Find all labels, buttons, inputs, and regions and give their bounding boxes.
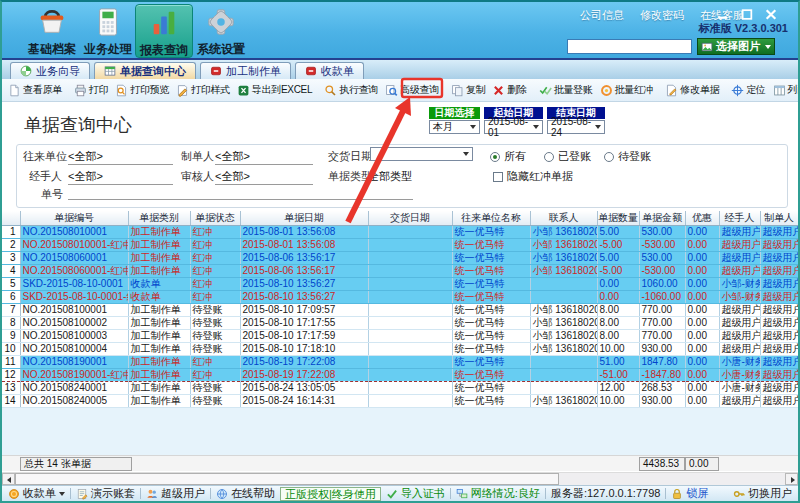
hide-reversed-checkbox[interactable]: 隐藏红冲单据: [493, 169, 573, 184]
tab-2[interactable]: 加工制作单: [200, 62, 291, 79]
column-header[interactable]: 单据金额: [639, 211, 685, 226]
filter-value-1[interactable]: <全部>: [215, 149, 313, 165]
toolbar-button-0[interactable]: 查看原单: [5, 82, 65, 98]
filter-value-0[interactable]: <全部>: [68, 149, 173, 165]
combo-value: 2015-08-24: [551, 116, 595, 138]
tab-3[interactable]: 收款单: [295, 62, 364, 79]
toolbar-button-3[interactable]: 打印样式: [173, 82, 233, 98]
scroll-right-arrow[interactable]: [785, 473, 798, 485]
statusbar-item-l7[interactable]: 服务器:127.0.0.1:7798: [551, 486, 660, 501]
column-header[interactable]: 优惠: [685, 211, 719, 226]
table-row[interactable]: 14NO.201508240005加工制作单待登账2015-08-24 16:1…: [2, 395, 798, 408]
module-label: 业务处理: [84, 42, 132, 56]
statusbar-item-r0[interactable]: 切换用户: [733, 486, 792, 501]
column-header[interactable]: 往来单位名称: [452, 211, 530, 226]
column-header[interactable]: [2, 211, 20, 226]
table-row[interactable]: 13NO.201508240001加工制作单待登账2015-08-24 13:0…: [2, 382, 798, 395]
table-row[interactable]: 11NO.201508190001加工制作单红冲2015-08-19 17:22…: [2, 356, 798, 369]
filter-value-6[interactable]: [68, 187, 413, 200]
horizontal-scrollbar[interactable]: [2, 472, 798, 485]
minimize-button[interactable]: [716, 7, 730, 20]
module-label: 系统设置: [197, 42, 245, 56]
toolbar-button-7[interactable]: 复制: [448, 82, 488, 98]
table-row[interactable]: 4NO.201508060001-红冲加工制作单红冲2015-08-06 13:…: [2, 265, 798, 278]
statusbar-item-l0[interactable]: 收款单: [8, 486, 65, 501]
column-header[interactable]: 交货日期: [368, 211, 452, 226]
cell: [368, 343, 452, 356]
radio-label: 已登账: [558, 149, 591, 164]
radio-2[interactable]: 待登账: [604, 149, 651, 164]
tab-1[interactable]: 单据查询中心: [94, 62, 196, 79]
column-header[interactable]: 单据类别: [128, 211, 190, 226]
table-row[interactable]: 10NO.201508100004加工制作单待登账2015-08-10 17:1…: [2, 343, 798, 356]
module-0[interactable]: 基础档案: [23, 4, 81, 58]
cell: 2015-08-01 13:56:08: [240, 226, 368, 239]
toolbar-button-1[interactable]: 打印: [71, 82, 111, 98]
filter-value-3[interactable]: <全部>: [68, 169, 173, 185]
column-header[interactable]: 单据数量: [597, 211, 639, 226]
tab-0[interactable]: 业务向导: [10, 62, 90, 79]
table-row[interactable]: 3NO.201508060001加工制作单红冲2015-08-06 13:56:…: [2, 252, 798, 265]
cell: 统一优马特: [452, 239, 530, 252]
close-button[interactable]: [764, 7, 778, 20]
radio-1[interactable]: 已登账: [544, 149, 591, 164]
column-header[interactable]: 联系人: [530, 211, 597, 226]
module-2[interactable]: 报表查询: [135, 4, 193, 58]
table-row[interactable]: 9NO.201508100003加工制作单待登账2015-08-10 17:17…: [2, 330, 798, 343]
statusbar-item-l1[interactable]: 演示账套: [76, 486, 135, 501]
table-row[interactable]: 6SKD-2015-08-10-0001-红冲收款单红冲2015-08-10 1…: [2, 291, 798, 304]
toolbar-button-12[interactable]: 定位: [728, 82, 768, 98]
choose-image-button[interactable]: 选择图片: [697, 38, 775, 55]
column-header[interactable]: 单据状态: [190, 211, 240, 226]
titlebar-link-0[interactable]: 公司信息: [580, 8, 624, 23]
module-1[interactable]: 业务处理: [79, 4, 137, 58]
toolbar-button-10[interactable]: 批量红冲: [597, 82, 657, 98]
delivery-date-combo[interactable]: [370, 147, 473, 161]
statusbar-item-l2[interactable]: 超级用户: [146, 486, 205, 501]
toolbar-button-2[interactable]: 打印预览: [112, 82, 172, 98]
table-row[interactable]: 8NO.201508100002加工制作单待登账2015-08-10 17:17…: [2, 317, 798, 330]
toolbar-button-5[interactable]: 执行查询: [321, 82, 381, 98]
table-row[interactable]: 2NO.201508010001-红冲加工制作单红冲2015-08-01 13:…: [2, 239, 798, 252]
cell: [368, 317, 452, 330]
editdoc-icon: [665, 84, 678, 97]
table-row[interactable]: 1NO.201508010001加工制作单红冲2015-08-01 13:56:…: [2, 226, 798, 239]
table-row[interactable]: 5SKD-2015-08-10-0001收款单红冲2015-08-10 13:5…: [2, 278, 798, 291]
column-header[interactable]: 单据编号: [20, 211, 128, 226]
cell: 加工制作单: [128, 343, 190, 356]
statusbar-item-l3[interactable]: 在线帮助: [216, 486, 275, 501]
toolbar-button-13[interactable]: 列配置: [770, 82, 798, 98]
table-row[interactable]: 12NO.201508190001-红冲加工制作单红冲2015-08-19 17…: [2, 369, 798, 382]
statusbar-item-l5[interactable]: 导入证书: [386, 486, 445, 501]
column-header[interactable]: 单据日期: [240, 211, 368, 226]
scroll-left-arrow[interactable]: [2, 473, 15, 485]
statusbar-item-l8[interactable]: 锁屏: [671, 486, 708, 501]
statusbar-item-l4[interactable]: 正版授权|终身使用: [280, 487, 381, 501]
date-filter-combo-0[interactable]: 本月: [429, 120, 480, 134]
cell: -51.00: [597, 369, 639, 382]
statusbar-item-l6[interactable]: 网络情况:良好: [456, 486, 540, 501]
module-3[interactable]: 系统设置: [192, 4, 250, 58]
maximize-button[interactable]: [740, 7, 754, 20]
toolbar-button-11[interactable]: 修改单据: [662, 82, 722, 98]
table-row[interactable]: 7NO.201508100001加工制作单待登账2015-08-10 17:09…: [2, 304, 798, 317]
copy-icon: [451, 84, 464, 97]
column-header[interactable]: 经手人: [719, 211, 760, 226]
tab-label: 加工制作单: [226, 64, 281, 79]
toolbar: 查看原单 打印 打印预览 打印样式 导出到EXCEL 执行查询 高级查询 复制 …: [2, 79, 798, 102]
toolbar-button-6[interactable]: 高级查询: [382, 82, 442, 98]
titlebar-link-1[interactable]: 修改密码: [640, 8, 684, 23]
date-filter-combo-1[interactable]: 2015-08-01: [484, 120, 543, 134]
date-filter-combo-2[interactable]: 2015-08-24: [547, 120, 605, 134]
toolbar-button-9[interactable]: 批量登账: [536, 82, 596, 98]
toolbar-button-8[interactable]: 删除: [489, 82, 529, 98]
users-icon: [146, 488, 158, 500]
column-header[interactable]: 制单人: [760, 211, 798, 226]
filter-value-4[interactable]: <全部>: [215, 169, 313, 185]
image-path-input[interactable]: [567, 39, 692, 54]
filter-value-5[interactable]: 全部类型: [368, 169, 438, 184]
scrollbar-thumb[interactable]: [15, 473, 559, 485]
radio-0[interactable]: 所有: [490, 149, 526, 164]
toolbar-button-4[interactable]: 导出到EXCEL: [234, 82, 315, 98]
cell: 2015-08-19 17:22:08: [240, 356, 368, 369]
